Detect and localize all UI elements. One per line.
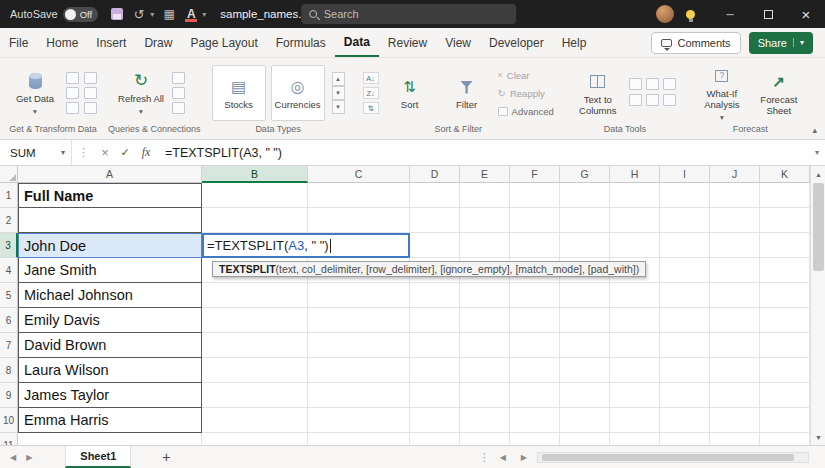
cell[interactable] [308,283,410,308]
cell[interactable] [460,383,510,408]
cell[interactable] [760,433,810,445]
cell[interactable] [760,408,810,433]
cell[interactable] [560,233,610,258]
cell[interactable] [710,383,760,408]
text-to-columns-button[interactable]: Text to Columns [572,70,624,117]
cell[interactable] [202,333,308,358]
maximize-button[interactable] [749,0,787,28]
cell[interactable] [710,433,760,445]
remove-duplicates-icon[interactable] [646,78,659,90]
row-header-8[interactable]: 8 [0,358,18,383]
cell[interactable] [460,408,510,433]
cell[interactable] [710,333,760,358]
cell[interactable] [410,433,460,445]
search-input[interactable] [324,8,484,20]
row-header-5[interactable]: 5 [0,283,18,308]
lightbulb-icon[interactable] [686,10,695,19]
cell[interactable] [202,308,308,333]
cell[interactable] [610,183,660,208]
tab-view[interactable]: View [436,28,480,57]
cell-a5[interactable]: Michael Johnson [18,283,202,308]
search-box[interactable] [301,4,516,24]
cell[interactable] [308,308,410,333]
share-button[interactable]: Share [749,32,813,54]
vertical-scroll-thumb[interactable] [813,183,824,271]
cell-a9[interactable]: James Taylor [18,383,202,408]
row-header-1[interactable]: 1 [0,183,18,208]
cell[interactable] [410,283,460,308]
insert-function-icon[interactable]: fx [135,145,157,160]
row-header-4[interactable]: 4 [0,258,18,283]
autosave-toggle[interactable]: Off [63,7,99,22]
cell[interactable] [760,358,810,383]
manage-data-model-icon[interactable] [663,94,676,106]
cell[interactable] [410,383,460,408]
column-header-i[interactable]: I [660,166,710,183]
sort-custom-icon[interactable]: ⇅ [363,102,379,114]
collapse-ribbon-icon[interactable] [812,125,817,135]
column-header-j[interactable]: J [710,166,760,183]
cell[interactable] [510,233,560,258]
cell[interactable] [610,283,660,308]
cell[interactable] [560,208,610,233]
row-header-7[interactable]: 7 [0,333,18,358]
sheet-nav-right-icon[interactable]: ▶ [21,453,37,462]
cell[interactable] [410,233,460,258]
row-header-3[interactable]: 3 [0,233,18,258]
formula-input[interactable]: =TEXTSPLIT(A3, " ") [157,146,815,160]
recent-sources-icon[interactable] [84,87,97,99]
cell[interactable] [510,408,560,433]
cell[interactable] [560,333,610,358]
cell[interactable] [410,308,460,333]
cell[interactable] [660,383,710,408]
get-data-button[interactable]: Get Data [9,69,61,117]
formula-bar-expand-icon[interactable] [815,148,825,157]
row-header-2[interactable]: 2 [0,208,18,233]
from-text-icon[interactable] [66,72,79,84]
column-header-d[interactable]: D [410,166,460,183]
cell-a1[interactable]: Full Name [18,183,202,208]
cell[interactable] [660,358,710,383]
cell[interactable] [760,308,810,333]
column-header-h[interactable]: H [610,166,660,183]
tab-review[interactable]: Review [379,28,436,57]
add-sheet-button[interactable]: + [157,449,175,465]
gallery-more-icon[interactable]: ▾ [332,100,345,114]
scroll-down-icon[interactable] [811,430,825,444]
cell[interactable] [460,183,510,208]
cell[interactable] [510,308,560,333]
splitter-handle-icon[interactable] [479,451,490,464]
cancel-icon[interactable] [95,145,115,160]
cell[interactable] [18,433,202,445]
cell[interactable] [760,283,810,308]
cell[interactable] [202,408,308,433]
tab-page-layout[interactable]: Page Layout [181,28,266,57]
cell[interactable] [610,233,660,258]
cell-a10[interactable]: Emma Harris [18,408,202,433]
relationships-icon[interactable] [646,94,659,106]
cell[interactable] [460,333,510,358]
avatar[interactable] [656,5,674,23]
cell[interactable] [460,283,510,308]
cell[interactable] [760,233,810,258]
column-header-e[interactable]: E [460,166,510,183]
cell[interactable] [202,283,308,308]
font-color-dropdown-icon[interactable] [202,10,206,19]
sort-button[interactable]: Sort [384,75,436,111]
enter-icon[interactable] [115,146,135,159]
column-header-g[interactable]: G [560,166,610,183]
cell[interactable] [760,183,810,208]
cell[interactable] [560,383,610,408]
cell[interactable] [710,183,760,208]
close-button[interactable] [787,0,825,28]
sheet-tab-sheet1[interactable]: Sheet1 [65,446,131,468]
cell[interactable] [610,358,660,383]
cell[interactable] [308,208,410,233]
cell[interactable] [460,308,510,333]
cell[interactable] [710,408,760,433]
advanced-button[interactable]: Advanced [498,104,554,119]
gallery-down-icon[interactable]: ▾ [332,86,345,100]
cell[interactable] [308,358,410,383]
cell[interactable] [510,333,560,358]
scroll-up-icon[interactable] [811,167,825,181]
